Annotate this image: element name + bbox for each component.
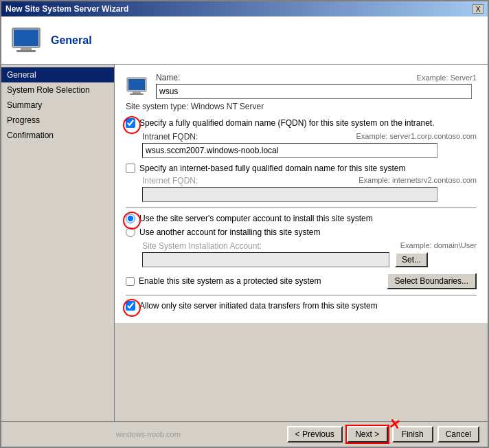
intranet-top: Intranet FQDN: Example: server1.corp.con… bbox=[142, 132, 477, 142]
intranet-section: Intranet FQDN: Example: server1.corp.con… bbox=[142, 132, 477, 158]
internet-fqdn-label: Internet FQDN: bbox=[142, 176, 198, 186]
name-example: Example: Server1 bbox=[417, 74, 477, 82]
svg-rect-1 bbox=[14, 30, 38, 46]
internet-fqdn-example: Example: internetsrv2.contoso.com bbox=[359, 176, 477, 186]
next-button[interactable]: Next > bbox=[347, 426, 388, 443]
radio-computer-wrapper: Use the site server's computer account t… bbox=[126, 214, 477, 223]
window-title: New Site System Server Wizard bbox=[5, 4, 128, 14]
intranet-fqdn-label: Intranet FQDN: bbox=[142, 132, 198, 142]
protect-left: Enable this site system as a protected s… bbox=[126, 276, 321, 286]
wizard-icon bbox=[10, 24, 43, 57]
wizard-window: New Site System Server Wizard X General … bbox=[0, 0, 489, 448]
content-area: General System Role Selection Summary Pr… bbox=[1, 65, 488, 421]
internet-checkbox-row: Specify an internet-based fully qualifie… bbox=[126, 164, 477, 173]
radio-another-label: Use another account for installing this … bbox=[139, 227, 320, 237]
install-account-example: Example: domain\User bbox=[400, 241, 477, 251]
sidebar-item-progress[interactable]: Progress bbox=[1, 113, 114, 128]
protect-label: Enable this site system as a protected s… bbox=[139, 276, 321, 286]
select-boundaries-button[interactable]: Select Boundaries... bbox=[387, 273, 477, 289]
name-row: Name: Example: Server1 bbox=[126, 73, 477, 99]
internet-fqdn-top: Internet FQDN: Example: internetsrv2.con… bbox=[142, 176, 477, 186]
fqdn-checkbox-wrapper: Specify a fully qualified domain name (F… bbox=[126, 118, 477, 128]
radio-computer-account[interactable] bbox=[126, 214, 135, 223]
main-content-wrapper: Name: Example: Server1 Site system type:… bbox=[115, 65, 488, 421]
internet-fqdn-input[interactable] bbox=[142, 187, 437, 202]
name-label: Name: bbox=[156, 73, 190, 82]
sidebar-item-system-role-selection[interactable]: System Role Selection bbox=[1, 82, 114, 98]
name-input[interactable] bbox=[156, 84, 472, 99]
svg-rect-3 bbox=[16, 50, 36, 52]
close-button[interactable]: X bbox=[473, 4, 484, 14]
fqdn-label: Specify a fully qualified domain name (F… bbox=[139, 118, 435, 128]
next-btn-wrapper: Next > ✕ bbox=[347, 426, 388, 443]
separator-1 bbox=[126, 208, 477, 208]
svg-rect-6 bbox=[133, 91, 141, 93]
finish-button[interactable]: Finish bbox=[392, 426, 433, 443]
radio-computer-label: Use the site server's computer account t… bbox=[139, 214, 373, 223]
allow-checkbox[interactable] bbox=[126, 301, 135, 311]
fqdn-checkbox[interactable] bbox=[126, 118, 135, 128]
install-account-label: Site System Installation Account: bbox=[142, 241, 262, 251]
radio-another-row: Use another account for installing this … bbox=[126, 227, 477, 237]
main-content: Name: Example: Server1 Site system type:… bbox=[115, 65, 488, 323]
radio-another-account[interactable] bbox=[126, 227, 135, 237]
allow-checkbox-row: Allow only site server initiated data tr… bbox=[126, 301, 477, 311]
sidebar-item-general[interactable]: General bbox=[1, 67, 114, 82]
svg-rect-5 bbox=[128, 79, 145, 90]
allow-label: Allow only site server initiated data tr… bbox=[139, 301, 378, 311]
intranet-fqdn-input[interactable] bbox=[142, 143, 437, 158]
internet-checkbox-label: Specify an internet-based fully qualifie… bbox=[139, 164, 406, 173]
cancel-button[interactable]: Cancel bbox=[437, 426, 479, 443]
account-section: Site System Installation Account: Exampl… bbox=[142, 241, 477, 267]
title-bar: New Site System Server Wizard X bbox=[1, 1, 488, 16]
sidebar-item-summary[interactable]: Summary bbox=[1, 98, 114, 113]
intranet-fqdn-example: Example: server1.corp.contoso.com bbox=[356, 132, 477, 142]
set-button[interactable]: Set... bbox=[395, 252, 428, 267]
watermark: windows-noob.com bbox=[10, 430, 287, 438]
account-row: Set... bbox=[142, 252, 477, 267]
internet-checkbox[interactable] bbox=[126, 164, 135, 173]
sidebar: General System Role Selection Summary Pr… bbox=[1, 65, 115, 421]
separator-2 bbox=[126, 295, 477, 295]
title-bar-buttons: X bbox=[473, 4, 484, 14]
system-type: Site system type: Windows NT Server bbox=[126, 102, 477, 111]
account-top: Site System Installation Account: Exampl… bbox=[142, 241, 477, 251]
footer: windows-noob.com < Previous Next > ✕ Fin… bbox=[1, 421, 488, 447]
radio-computer-row: Use the site server's computer account t… bbox=[126, 214, 477, 223]
name-field-top: Name: Example: Server1 bbox=[156, 73, 477, 82]
name-field-group: Name: Example: Server1 bbox=[156, 73, 477, 99]
protect-row: Enable this site system as a protected s… bbox=[126, 273, 477, 289]
footer-buttons: < Previous Next > ✕ Finish Cancel bbox=[287, 426, 479, 443]
allow-checkbox-wrapper: Allow only site server initiated data tr… bbox=[126, 301, 477, 311]
svg-rect-2 bbox=[21, 47, 32, 50]
prev-button[interactable]: < Previous bbox=[287, 426, 343, 443]
install-account-input[interactable] bbox=[142, 252, 389, 267]
header-title: General bbox=[51, 34, 92, 47]
header-area: General bbox=[1, 16, 488, 65]
internet-section: Internet FQDN: Example: internetsrv2.con… bbox=[142, 176, 477, 202]
svg-rect-7 bbox=[130, 93, 144, 95]
server-icon bbox=[126, 75, 148, 97]
fqdn-checkbox-row: Specify a fully qualified domain name (F… bbox=[126, 118, 477, 128]
sidebar-item-confirmation[interactable]: Confirmation bbox=[1, 128, 114, 143]
protect-checkbox[interactable] bbox=[126, 277, 135, 286]
